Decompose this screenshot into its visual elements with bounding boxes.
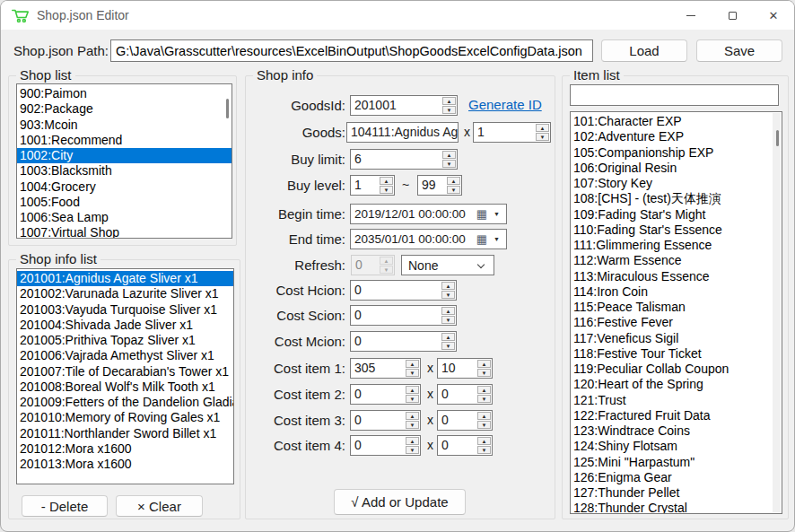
cost-item-4-id-spinner[interactable]: 0 ▲▼ xyxy=(350,435,421,456)
list-item[interactable]: 201001:Agnidus Agate Sliver x1 xyxy=(17,271,233,286)
list-item[interactable]: 127:Thunder Pellet xyxy=(571,485,782,501)
spinner-up-icon[interactable]: ▲ xyxy=(477,360,491,368)
list-item[interactable]: 201002:Varunada Lazurite Sliver x1 xyxy=(17,286,233,301)
spinner-buttons[interactable]: ▲▼ xyxy=(476,385,492,404)
spinner-down-icon[interactable]: ▼ xyxy=(441,316,455,324)
goods-count-spinner[interactable]: 1 ▲▼ xyxy=(473,122,551,143)
spinner-up-icon[interactable]: ▲ xyxy=(380,177,393,185)
spinner-buttons[interactable]: ▲▼ xyxy=(446,176,461,195)
list-item[interactable]: 903:Mcoin xyxy=(17,118,232,133)
list-item[interactable]: 108:[CHS] - (test)天体推演 xyxy=(571,191,782,206)
buy-level-max-spinner[interactable]: 99 ▲▼ xyxy=(417,175,462,196)
spinner-down-icon[interactable]: ▼ xyxy=(536,133,549,141)
list-item[interactable]: 121:Trust xyxy=(571,393,782,408)
list-item[interactable]: 900:Paimon xyxy=(17,86,232,101)
cost-item-3-id-spinner[interactable]: 0 ▲▼ xyxy=(350,410,421,431)
spinner-up-icon[interactable]: ▲ xyxy=(441,282,455,290)
list-item[interactable]: 112:Warm Essence xyxy=(571,253,782,268)
cost-item-1-id-spinner[interactable]: 305 ▲▼ xyxy=(350,358,421,379)
list-item[interactable]: 1004:Grocery xyxy=(17,179,232,195)
list-item[interactable]: 1007:Virtual Shop xyxy=(17,225,232,239)
list-item[interactable]: 126:Enigma Gear xyxy=(571,470,782,485)
list-item[interactable]: 118:Festive Tour Ticket xyxy=(571,346,782,362)
spinner-down-icon[interactable]: ▼ xyxy=(406,395,419,403)
list-item[interactable]: 125:Mini "Harpastum" xyxy=(571,455,782,470)
refresh-type-combobox[interactable]: None xyxy=(401,255,494,275)
list-item[interactable]: 123:Windtrace Coins xyxy=(571,423,782,439)
list-item[interactable]: 113:Miraculous Essence xyxy=(571,269,782,284)
cost-item-2-count-spinner[interactable]: 0 ▲▼ xyxy=(437,384,493,405)
save-button[interactable]: Save xyxy=(696,39,782,62)
list-item[interactable]: 115:Peace Talisman xyxy=(571,300,782,315)
item-listbox[interactable]: 101:Character EXP102:Adventure EXP105:Co… xyxy=(570,111,782,514)
list-item[interactable]: 124:Shiny Flotsam xyxy=(571,439,782,454)
spinner-buttons[interactable]: ▲▼ xyxy=(535,123,550,142)
spinner-up-icon[interactable]: ▲ xyxy=(406,437,419,445)
list-item[interactable]: 128:Thunder Crystal xyxy=(571,501,782,514)
list-item[interactable]: 1002:City xyxy=(17,148,232,163)
list-item[interactable]: 114:Iron Coin xyxy=(571,284,782,300)
spinner-buttons[interactable]: ▲▼ xyxy=(379,176,394,195)
spinner-buttons[interactable]: ▲▼ xyxy=(441,306,456,325)
spinner-up-icon[interactable]: ▲ xyxy=(447,177,460,185)
spinner-up-icon[interactable]: ▲ xyxy=(477,412,491,420)
spinner-up-icon[interactable]: ▲ xyxy=(441,307,455,315)
list-item[interactable]: 109:Fading Star's Might xyxy=(571,207,782,222)
spinner-buttons[interactable]: ▲▼ xyxy=(441,281,456,300)
load-button[interactable]: Load xyxy=(601,39,687,62)
calendar-icon[interactable]: ▦ xyxy=(476,206,487,222)
list-item[interactable]: 201007:Tile of Decarabian's Tower x1 xyxy=(17,364,233,379)
spinner-up-icon[interactable]: ▲ xyxy=(406,360,419,368)
spinner-down-icon[interactable]: ▼ xyxy=(447,186,460,194)
delete-button[interactable]: - Delete xyxy=(22,495,108,517)
cost-mcion-spinner[interactable]: 0 ▲▼ xyxy=(350,331,457,352)
cost-item-4-count-spinner[interactable]: 0 ▲▼ xyxy=(437,435,493,456)
spinner-up-icon[interactable]: ▲ xyxy=(442,97,456,105)
list-item[interactable]: 1003:Blacksmith xyxy=(17,163,232,179)
spinner-up-icon[interactable]: ▲ xyxy=(536,124,549,132)
spinner-down-icon[interactable]: ▼ xyxy=(477,369,491,377)
path-input[interactable] xyxy=(110,39,593,62)
list-item[interactable]: 116:Festive Fever xyxy=(571,315,782,330)
list-item[interactable]: 201004:Shivada Jade Sliver x1 xyxy=(17,318,233,333)
list-item[interactable]: 201008:Boreal Wolf's Milk Tooth x1 xyxy=(17,379,233,395)
spinner-down-icon[interactable]: ▼ xyxy=(380,266,393,274)
spinner-down-icon[interactable]: ▼ xyxy=(442,160,456,168)
spinner-buttons[interactable]: ▲▼ xyxy=(441,96,457,115)
list-item[interactable]: 201012:Mora x1600 xyxy=(17,441,233,457)
list-item[interactable]: 902:Package xyxy=(17,101,232,117)
list-item[interactable]: 107:Story Key xyxy=(571,176,782,191)
spinner-buttons[interactable]: ▲▼ xyxy=(476,411,492,430)
item-search-input[interactable] xyxy=(570,84,779,106)
cost-item-1-count-spinner[interactable]: 10 ▲▼ xyxy=(437,358,493,379)
cost-item-3-count-spinner[interactable]: 0 ▲▼ xyxy=(437,410,493,431)
list-item[interactable]: 119:Peculiar Collab Coupon xyxy=(571,362,782,377)
list-item[interactable]: 1006:Sea Lamp xyxy=(17,210,232,225)
spinner-buttons[interactable]: ▲▼ xyxy=(379,256,394,275)
spinner-down-icon[interactable]: ▼ xyxy=(380,186,393,194)
spinner-down-icon[interactable]: ▼ xyxy=(441,291,455,299)
list-item[interactable]: 105:Companionship EXP xyxy=(571,145,782,161)
buy-limit-spinner[interactable]: 6 ▲▼ xyxy=(350,149,458,170)
spinner-buttons[interactable]: ▲▼ xyxy=(441,332,456,351)
spinner-down-icon[interactable]: ▼ xyxy=(442,106,456,114)
begin-time-picker[interactable]: 2019/12/01 00:00:00 ▦ ▼ xyxy=(350,204,507,224)
spinner-buttons[interactable]: ▲▼ xyxy=(441,150,457,169)
scrollbar-thumb[interactable] xyxy=(776,130,779,146)
spinner-up-icon[interactable]: ▲ xyxy=(441,333,455,341)
spinner-up-icon[interactable]: ▲ xyxy=(477,386,491,394)
list-item[interactable]: 120:Heart of the Spring xyxy=(571,377,782,392)
list-item[interactable]: 102:Adventure EXP xyxy=(571,129,782,144)
list-item[interactable]: 201013:Mora x1600 xyxy=(17,457,233,472)
cost-item-2-id-spinner[interactable]: 0 ▲▼ xyxy=(350,384,421,405)
list-item[interactable]: 1001:Recommend xyxy=(17,133,232,148)
spinner-buttons[interactable]: ▲▼ xyxy=(476,359,492,378)
shop-listbox[interactable]: 900:Paimon902:Package903:Mcoin1001:Recom… xyxy=(16,83,232,239)
list-item[interactable]: 117:Veneficus Sigil xyxy=(571,331,782,346)
shop-info-listbox[interactable]: 201001:Agnidus Agate Sliver x1201002:Var… xyxy=(16,268,234,484)
list-item[interactable]: 101:Character EXP xyxy=(571,114,782,129)
spinner-down-icon[interactable]: ▼ xyxy=(477,395,491,403)
spinner-buttons[interactable]: ▲▼ xyxy=(405,385,420,404)
spinner-buttons[interactable]: ▲▼ xyxy=(405,436,420,455)
minimize-button[interactable] xyxy=(670,1,712,30)
